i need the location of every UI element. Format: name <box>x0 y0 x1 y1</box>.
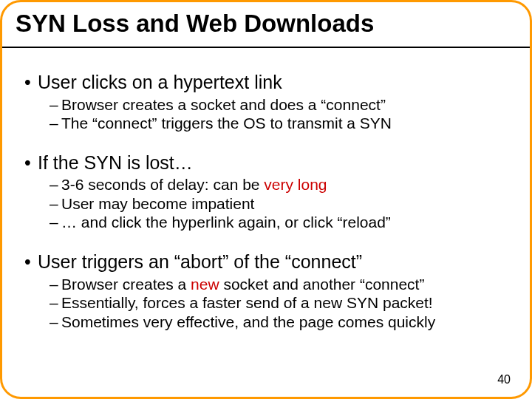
bullet-dash-icon: – <box>50 114 61 133</box>
bullet-dash-icon: – <box>50 313 61 332</box>
bullet-level1: •User triggers an “abort” of the “connec… <box>24 251 508 273</box>
bullet-level2: –User may become impatient <box>50 194 508 214</box>
bullet-level1: •User clicks on a hypertext link <box>24 72 508 94</box>
bullet-level2: –Browser creates a socket and does a “co… <box>50 95 508 115</box>
bullet-dash-icon: – <box>50 175 61 194</box>
slide-title: SYN Loss and Web Downloads <box>16 10 516 41</box>
bullet-dash-icon: – <box>50 213 61 232</box>
title-area: SYN Loss and Web Downloads <box>16 10 516 41</box>
bullet-level1: •If the SYN is lost… <box>24 152 508 174</box>
bullet-dash-icon: – <box>50 293 61 313</box>
bullet-level2: –3-6 seconds of delay: can be very long <box>50 175 508 194</box>
bullet-text: User may become impatient <box>61 195 254 212</box>
bullet-level2: –Essentially, forces a faster send of a … <box>50 293 508 313</box>
bullet-dot-icon: • <box>24 72 38 94</box>
bullet-text: User triggers an “abort” of the “connect… <box>38 251 362 272</box>
highlight-text: very long <box>264 176 327 193</box>
title-underline <box>2 47 530 48</box>
bullet-text-prefix: 3-6 seconds of delay: can be <box>61 176 264 193</box>
spacer <box>24 133 508 146</box>
bullet-dash-icon: – <box>50 194 61 214</box>
bullet-text: The “connect” triggers the OS to transmi… <box>61 115 392 132</box>
bullet-text-suffix: socket and another “connect” <box>219 276 425 293</box>
bullet-level2: –The “connect” triggers the OS to transm… <box>50 114 508 133</box>
bullet-text: Browser creates a socket and does a “con… <box>61 96 386 113</box>
bullet-level2: –… and click the hyperlink again, or cli… <box>50 213 508 232</box>
bullet-dash-icon: – <box>50 275 61 294</box>
bullet-text: Sometimes very effective, and the page c… <box>61 313 435 330</box>
bullet-text: … and click the hyperlink again, or clic… <box>61 214 391 231</box>
highlight-text: new <box>191 276 219 293</box>
bullet-level2: –Sometimes very effective, and the page … <box>50 313 508 332</box>
bullet-dot-icon: • <box>24 251 38 273</box>
slide-frame: SYN Loss and Web Downloads •User clicks … <box>0 0 532 399</box>
bullet-text: User clicks on a hypertext link <box>38 72 282 92</box>
bullet-text-prefix: Browser creates a <box>61 276 191 293</box>
bullet-dash-icon: – <box>50 95 61 115</box>
slide-body: •User clicks on a hypertext link –Browse… <box>24 66 508 331</box>
spacer <box>24 232 508 245</box>
page-number: 40 <box>497 373 511 386</box>
bullet-text: Essentially, forces a faster send of a n… <box>61 294 433 311</box>
bullet-level2: –Browser creates a new socket and anothe… <box>50 275 508 294</box>
bullet-text: If the SYN is lost… <box>38 152 193 173</box>
bullet-dot-icon: • <box>24 152 38 174</box>
